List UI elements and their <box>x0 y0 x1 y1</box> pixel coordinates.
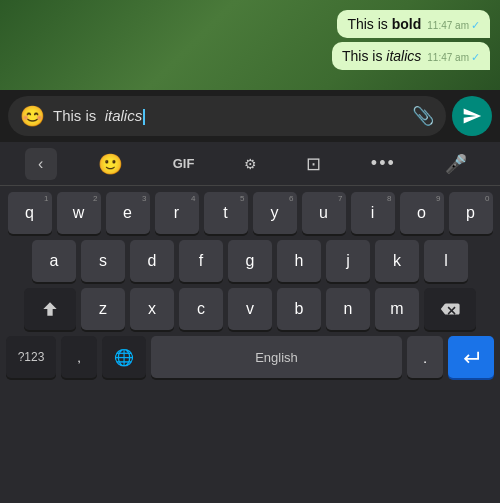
mic-button[interactable]: 🎤 <box>437 149 475 179</box>
mic-icon: 🎤 <box>445 153 467 175</box>
key-z[interactable]: z <box>81 288 125 330</box>
settings-button[interactable]: ⚙ <box>236 152 265 176</box>
shift-key[interactable] <box>24 288 76 330</box>
gif-button[interactable]: GIF <box>165 152 203 175</box>
back-chevron-icon: ‹ <box>38 155 43 173</box>
backspace-icon <box>440 301 460 317</box>
key-c[interactable]: c <box>179 288 223 330</box>
globe-key[interactable]: 🌐 <box>102 336 146 378</box>
keyboard-bottom-row: ?123 , 🌐 English . <box>4 336 496 378</box>
more-icon: ••• <box>371 153 396 174</box>
message-text-2: This is italics <box>342 48 421 64</box>
key-v[interactable]: v <box>228 288 272 330</box>
message-input[interactable]: This is italics <box>53 107 404 125</box>
settings-icon: ⚙ <box>244 156 257 172</box>
key-j[interactable]: j <box>326 240 370 282</box>
key-a[interactable]: a <box>32 240 76 282</box>
key-x[interactable]: x <box>130 288 174 330</box>
key-p[interactable]: p0 <box>449 192 493 234</box>
key-k[interactable]: k <box>375 240 419 282</box>
key-n[interactable]: n <box>326 288 370 330</box>
tick-2: ✓ <box>471 51 480 64</box>
translate-icon: ⊡ <box>306 153 321 175</box>
chat-area: This is bold 11:47 am ✓ This is italics … <box>0 0 500 90</box>
key-row-3: z x c v b n m <box>4 288 496 330</box>
key-w[interactable]: w2 <box>57 192 101 234</box>
space-key[interactable]: English <box>151 336 402 378</box>
keyboard: q1 w2 e3 r4 t5 y6 u7 i8 o9 p0 a s d f g … <box>0 186 500 503</box>
key-l[interactable]: l <box>424 240 468 282</box>
period-key[interactable]: . <box>407 336 443 378</box>
key-row-2: a s d f g h j k l <box>4 240 496 282</box>
key-o[interactable]: o9 <box>400 192 444 234</box>
key-b[interactable]: b <box>277 288 321 330</box>
key-f[interactable]: f <box>179 240 223 282</box>
sticker-icon: 🙂 <box>98 152 123 176</box>
keyboard-toolbar: ‹ 🙂 GIF ⚙ ⊡ ••• 🎤 <box>0 142 500 186</box>
message-meta-2: 11:47 am ✓ <box>427 51 480 64</box>
message-meta-1: 11:47 am ✓ <box>427 19 480 32</box>
key-s[interactable]: s <box>81 240 125 282</box>
input-field-wrapper[interactable]: 😊 This is italics 📎 <box>8 96 446 136</box>
send-icon <box>462 106 482 126</box>
attachment-button[interactable]: 📎 <box>412 105 434 127</box>
backspace-key[interactable] <box>424 288 476 330</box>
tick-1: ✓ <box>471 19 480 32</box>
key-h[interactable]: h <box>277 240 321 282</box>
input-bar: 😊 This is italics 📎 <box>0 90 500 142</box>
key-i[interactable]: i8 <box>351 192 395 234</box>
shift-icon <box>42 301 58 317</box>
key-q[interactable]: q1 <box>8 192 52 234</box>
key-r[interactable]: r4 <box>155 192 199 234</box>
sticker-button[interactable]: 🙂 <box>90 148 131 180</box>
key-m[interactable]: m <box>375 288 419 330</box>
enter-icon <box>460 349 482 365</box>
send-button[interactable] <box>452 96 492 136</box>
key-row-1: q1 w2 e3 r4 t5 y6 u7 i8 o9 p0 <box>4 192 496 234</box>
message-bubble-1: This is bold 11:47 am ✓ <box>337 10 490 38</box>
key-t[interactable]: t5 <box>204 192 248 234</box>
translate-button[interactable]: ⊡ <box>298 149 329 179</box>
more-button[interactable]: ••• <box>363 149 404 178</box>
numbers-key[interactable]: ?123 <box>6 336 56 378</box>
keyboard-back-button[interactable]: ‹ <box>25 148 57 180</box>
gif-label: GIF <box>173 156 195 171</box>
key-d[interactable]: d <box>130 240 174 282</box>
key-e[interactable]: e3 <box>106 192 150 234</box>
message-text-1: This is bold <box>347 16 421 32</box>
message-bubble-2: This is italics 11:47 am ✓ <box>332 42 490 70</box>
emoji-button[interactable]: 😊 <box>20 104 45 128</box>
key-y[interactable]: y6 <box>253 192 297 234</box>
key-g[interactable]: g <box>228 240 272 282</box>
enter-key[interactable] <box>448 336 494 378</box>
key-u[interactable]: u7 <box>302 192 346 234</box>
comma-key[interactable]: , <box>61 336 97 378</box>
